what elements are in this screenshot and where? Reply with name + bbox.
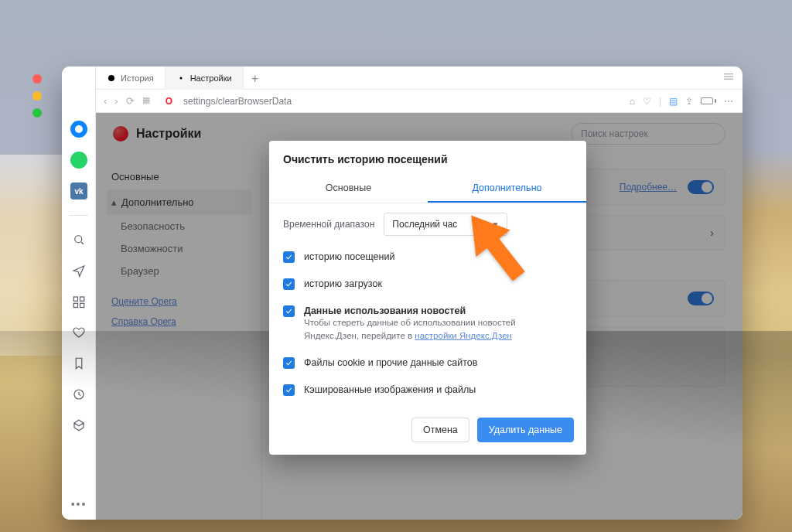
history-dock-icon[interactable] [70, 386, 87, 403]
easy-setup-icon[interactable] [722, 71, 742, 84]
send-icon[interactable] [70, 262, 87, 279]
svg-rect-6 [80, 303, 84, 307]
tab-settings[interactable]: Настройки [166, 66, 244, 90]
option-news-data[interactable]: Данные использования новостей Чтобы стер… [283, 298, 572, 350]
menu-icon[interactable]: ⋯ [724, 96, 733, 107]
browser-window: История Настройки + ‹ › ⟳ ▦ O settings/c… [62, 66, 742, 520]
snapshot-icon[interactable]: ⌂ [630, 96, 635, 107]
side-dock: vk ••• [62, 66, 96, 520]
close-dot-icon[interactable] [32, 74, 42, 84]
new-tab-button[interactable]: + [244, 70, 267, 86]
time-range-value: Последний час [392, 219, 457, 230]
clear-data-modal: Очистить историю посещений Основные Допо… [269, 141, 586, 455]
battery-icon [701, 96, 716, 107]
share-icon[interactable]: ⇪ [685, 96, 693, 107]
tab-history-label: История [121, 73, 154, 83]
opera-logo-icon: O [166, 96, 172, 107]
option-cache[interactable]: Кэшированные изображения и файлы [283, 377, 572, 404]
confirm-button[interactable]: Удалить данные [477, 418, 574, 442]
tab-history[interactable]: История [96, 66, 166, 90]
modal-tab-basic[interactable]: Основные [269, 175, 428, 203]
checkbox-checked-icon[interactable] [283, 278, 295, 290]
back-button[interactable]: ‹ [104, 95, 107, 107]
history-icon [107, 73, 116, 83]
messenger-icon[interactable] [70, 121, 87, 138]
time-range-select[interactable]: Последний час ▼ [384, 213, 507, 236]
sidebar-more-icon[interactable]: ••• [71, 498, 87, 510]
option-browsing-history[interactable]: историю посещений [283, 244, 572, 271]
cancel-button[interactable]: Отмена [411, 418, 469, 442]
vk-icon[interactable]: vk [70, 182, 87, 200]
forward-button[interactable]: › [114, 95, 118, 107]
svg-point-1 [179, 77, 182, 79]
checkbox-checked-icon[interactable] [283, 357, 295, 369]
search-icon[interactable] [70, 231, 87, 248]
option-news-title: Данные использования новостей [304, 305, 572, 316]
news-icon[interactable] [70, 293, 87, 310]
maximize-dot-icon[interactable] [32, 108, 42, 118]
yandex-zen-settings-link[interactable]: настройки Яндекс.Дзен [415, 331, 512, 340]
mac-traffic-lights [32, 74, 42, 118]
speed-dial-icon[interactable]: ▦ [142, 95, 150, 107]
option-downloads-history[interactable]: историю загрузок [283, 271, 572, 298]
reload-button[interactable]: ⟳ [126, 95, 135, 107]
minimize-dot-icon[interactable] [32, 91, 42, 101]
heart-dock-icon[interactable] [70, 324, 87, 341]
gear-icon [176, 73, 186, 83]
range-label: Временной диапазон [283, 219, 374, 230]
svg-rect-4 [80, 297, 84, 301]
modal-tab-advanced[interactable]: Дополнительно [428, 175, 586, 203]
tab-settings-label: Настройки [190, 73, 232, 83]
checkbox-checked-icon[interactable] [283, 384, 295, 396]
chevron-down-icon: ▼ [491, 220, 499, 229]
option-cookies[interactable]: Файлы cookie и прочие данные сайтов [283, 350, 572, 377]
checkbox-checked-icon[interactable] [283, 251, 295, 263]
modal-title: Очистить историю посещений [269, 141, 586, 175]
address-bar: ‹ › ⟳ ▦ O settings/clearBrowserData ⌂ ♡ … [62, 90, 742, 113]
svg-rect-5 [73, 303, 77, 307]
heart-icon[interactable]: ♡ [643, 96, 651, 107]
sidebar-toggle-icon[interactable]: ▤ [669, 96, 678, 107]
whatsapp-icon[interactable] [70, 152, 87, 169]
extensions-icon[interactable] [70, 417, 87, 434]
tab-bar: История Настройки + [62, 66, 742, 90]
bookmark-dock-icon[interactable] [70, 355, 87, 372]
svg-rect-3 [73, 297, 77, 301]
checkbox-checked-icon[interactable] [283, 305, 295, 317]
url-text[interactable]: settings/clearBrowserData [183, 96, 292, 107]
modal-tabs: Основные Дополнительно [269, 175, 586, 203]
svg-point-2 [75, 236, 82, 243]
